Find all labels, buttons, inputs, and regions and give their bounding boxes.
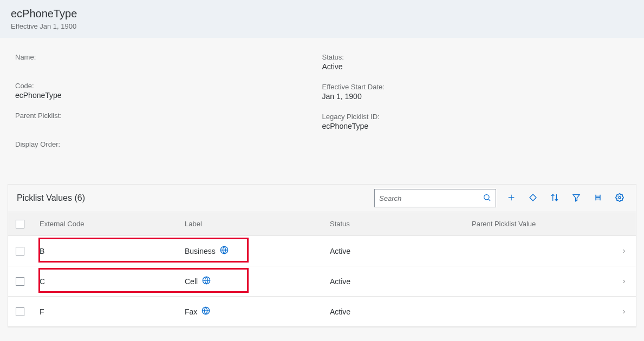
svg-line-1 xyxy=(489,199,490,201)
legacy-id-value: ecPhoneType xyxy=(322,122,629,130)
svg-point-0 xyxy=(484,194,489,199)
page-subtitle: Effective Jan 1, 1900 xyxy=(11,22,633,30)
parent-picklist-value xyxy=(15,121,322,128)
details-button[interactable] xyxy=(587,189,609,207)
table-header: External Code Label Status Parent Pickli… xyxy=(8,212,636,236)
code-label: Code: xyxy=(15,82,322,90)
col-label[interactable]: Label xyxy=(185,220,330,228)
parent-picklist-label: Parent Picklist: xyxy=(15,112,322,120)
col-parent[interactable]: Parent Picklist Value xyxy=(472,220,612,228)
diamond-button[interactable] xyxy=(522,189,544,207)
code-value: ecPhoneType xyxy=(15,91,322,100)
page-title: ecPhoneType xyxy=(11,8,633,20)
page-header: ecPhoneType Effective Jan 1, 1900 xyxy=(0,0,644,38)
row-label: Cell xyxy=(185,276,330,286)
chevron-right-icon[interactable] xyxy=(612,278,636,285)
search-box[interactable] xyxy=(374,189,496,207)
row-label: Business xyxy=(185,246,330,256)
globe-icon[interactable] xyxy=(201,306,210,317)
row-external-code: C xyxy=(40,277,185,286)
row-status: Active xyxy=(330,277,472,286)
startdate-value: Jan 1, 1900 xyxy=(322,92,629,101)
col-external-code[interactable]: External Code xyxy=(40,220,185,228)
svg-marker-4 xyxy=(530,194,536,201)
picklist-title: Picklist Values (6) xyxy=(17,193,85,203)
row-checkbox[interactable] xyxy=(16,247,24,255)
svg-marker-5 xyxy=(573,194,580,201)
display-order-label: Display Order: xyxy=(15,140,322,148)
filter-icon xyxy=(572,193,581,204)
row-label: Fax xyxy=(185,306,330,317)
details-section: Name: Code: ecPhoneType Parent Picklist:… xyxy=(0,38,644,184)
col-status[interactable]: Status xyxy=(330,220,472,228)
search-icon[interactable] xyxy=(483,193,491,204)
name-label: Name: xyxy=(15,53,322,61)
settings-button[interactable] xyxy=(609,189,630,207)
details-icon xyxy=(594,193,602,204)
row-status: Active xyxy=(330,247,472,255)
picklist-card: Picklist Values (6) xyxy=(8,184,636,327)
globe-icon[interactable] xyxy=(220,246,229,256)
diamond-icon xyxy=(529,193,537,204)
row-checkbox[interactable] xyxy=(16,277,24,286)
startdate-label: Effective Start Date: xyxy=(322,83,629,91)
chevron-right-icon[interactable] xyxy=(612,309,636,315)
select-all-checkbox[interactable] xyxy=(16,220,24,228)
row-external-code: F xyxy=(40,307,185,316)
status-label: Status: xyxy=(322,53,629,61)
plus-icon xyxy=(507,193,516,204)
search-input[interactable] xyxy=(379,194,483,202)
row-checkbox[interactable] xyxy=(16,307,24,316)
table-row[interactable]: FFaxActive xyxy=(8,297,636,327)
status-value: Active xyxy=(322,62,629,71)
legacy-id-label: Legacy Picklist ID: xyxy=(322,113,629,121)
add-button[interactable] xyxy=(500,189,522,207)
row-external-code: B xyxy=(40,247,185,255)
chevron-right-icon[interactable] xyxy=(612,248,636,254)
sort-button[interactable] xyxy=(544,189,565,207)
name-value xyxy=(15,62,322,70)
sort-icon xyxy=(550,193,559,204)
table-row[interactable]: CCellActive xyxy=(8,266,636,297)
globe-icon[interactable] xyxy=(202,276,211,286)
row-status: Active xyxy=(330,307,472,316)
svg-point-6 xyxy=(619,196,621,199)
filter-button[interactable] xyxy=(565,189,587,207)
display-order-value xyxy=(15,149,322,157)
gear-icon xyxy=(615,193,624,204)
table-row[interactable]: BBusinessActive xyxy=(8,236,636,266)
